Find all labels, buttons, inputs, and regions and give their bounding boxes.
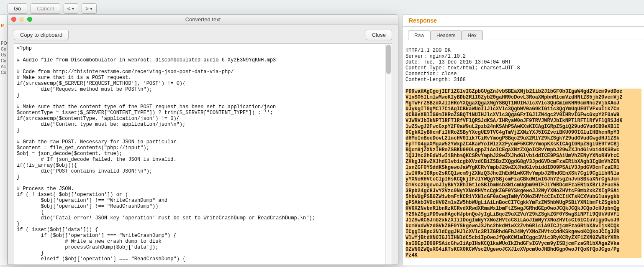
go-button[interactable]: Go <box>8 3 27 14</box>
close-icon[interactable] <box>11 17 16 22</box>
chevron-down-icon: ▼ <box>71 7 74 11</box>
converted-text-area[interactable] <box>14 44 392 264</box>
next-button[interactable]: >▼ <box>82 3 97 14</box>
left-gutter: R PO Co Us Co Ac Co <box>0 14 8 265</box>
left-gutter-lines: PO Co Us Co Ac Co <box>1 41 7 75</box>
minimize-icon[interactable] <box>19 17 24 22</box>
next-label: > <box>85 5 89 12</box>
response-http-headers: HTTP/1.1 200 OK Server: nginx/1.10.2 Dat… <box>405 48 520 83</box>
response-tabs: Raw Headers Hex <box>408 30 644 40</box>
dialog-toolbar: Copy to clipboard Close <box>8 25 398 43</box>
close-button[interactable]: Close <box>366 30 392 40</box>
converted-text-dialog: Converted text Copy to clipboard Close <box>8 14 398 265</box>
window-controls <box>11 17 32 22</box>
tab-hex[interactable]: Hex <box>461 31 482 40</box>
left-gutter-header: R <box>1 23 4 28</box>
response-panel: Response Raw Headers Hex HTTP/1.1 200 OK… <box>403 14 644 265</box>
prev-label: < <box>67 5 71 12</box>
dialog-titlebar: Converted text <box>8 15 398 25</box>
chevron-down-icon: ▼ <box>90 7 93 11</box>
copy-to-clipboard-button[interactable]: Copy to clipboard <box>14 30 69 40</box>
prev-button[interactable]: <▼ <box>64 3 79 14</box>
top-toolbar: Go Cancel <▼ >▼ <box>8 3 97 14</box>
tab-raw[interactable]: Raw <box>408 31 431 40</box>
tab-headers[interactable]: Headers <box>430 31 462 40</box>
response-highlight: PD9waHAgCgojIEF1ZGlvIGZpbGUgZnJvbSBEaXNj… <box>405 89 641 258</box>
scrollbar-thumb[interactable] <box>386 45 391 74</box>
code-area-wrap <box>14 43 392 265</box>
dialog-title: Converted text <box>185 16 221 23</box>
cancel-button[interactable]: Cancel <box>31 3 60 14</box>
response-body[interactable]: HTTP/1.1 200 OK Server: nginx/1.10.2 Dat… <box>403 40 644 265</box>
response-header: Response <box>403 15 644 27</box>
scrollbar[interactable] <box>385 44 392 264</box>
maximize-icon[interactable] <box>27 17 32 22</box>
